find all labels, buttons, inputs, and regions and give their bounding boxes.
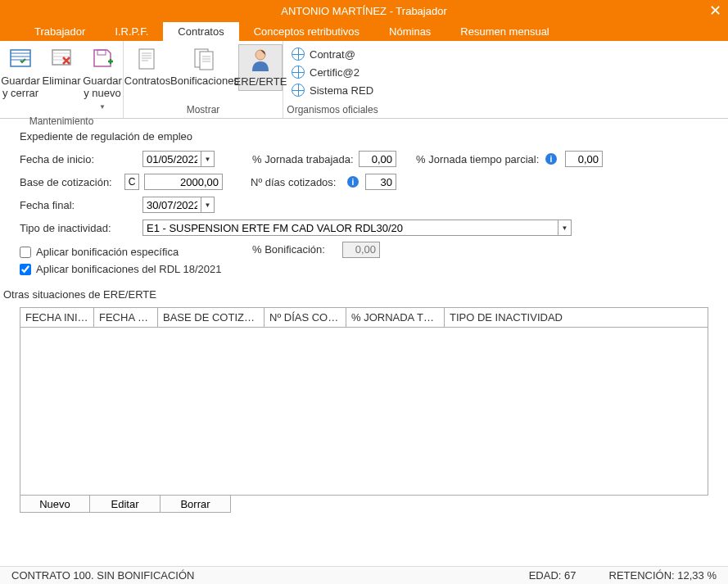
ere-erte-button[interactable]: ERE/ERTE xyxy=(238,44,283,91)
status-contrato: CONTRATO 100. SIN BONIFICACIÓN xyxy=(11,569,194,582)
th-fecha-fin[interactable]: FECHA FIN xyxy=(94,308,158,327)
fecha-inicio-dropdown[interactable]: ▼ xyxy=(201,151,215,167)
label-pct-jornada-parcial: % Jornada tiempo parcial: xyxy=(416,153,545,165)
svg-rect-2 xyxy=(97,50,106,55)
person-icon xyxy=(247,47,274,73)
label-dias-cotizados: Nº días cotizados: xyxy=(251,176,347,188)
aplicar-bonif-espec-checkbox[interactable] xyxy=(20,247,31,258)
th-tipo[interactable]: TIPO DE INACTIVIDAD xyxy=(445,308,708,327)
content-area: Expediente de regulación de empleo Fecha… xyxy=(0,119,728,513)
label-fecha-inicio: Fecha de inicio: xyxy=(20,153,142,165)
status-edad: EDAD: 67 xyxy=(529,569,577,582)
bonificaciones-button[interactable]: Bonificaciones xyxy=(171,44,238,89)
pct-jornada-parcial-input[interactable] xyxy=(565,151,603,167)
globe-icon xyxy=(292,48,305,61)
aplicar-bonif-rdl-checkbox[interactable] xyxy=(20,264,31,275)
label-tipo-inactividad: Tipo de inactividad: xyxy=(20,222,142,234)
group-mostrar: Contratos Bonificaciones ERE/ERTE Mostra… xyxy=(124,41,283,118)
base-cotizacion-input[interactable] xyxy=(144,174,223,190)
dias-cotizados-input[interactable] xyxy=(365,174,396,190)
group-mantenimiento: Guardar y cerrar Eliminar Guardar y nuev… xyxy=(0,41,124,118)
info-icon[interactable]: i xyxy=(545,153,557,165)
th-fecha-inicio[interactable]: FECHA INICIO xyxy=(20,308,94,327)
save-close-icon xyxy=(7,46,34,72)
tipo-inactividad-select[interactable] xyxy=(142,220,558,236)
chevron-down-icon: ▼ xyxy=(99,103,106,111)
label-base-cotizacion: Base de cotización: xyxy=(20,176,124,188)
group-label-mantenimiento: Mantenimiento xyxy=(0,114,123,129)
fecha-inicio-input[interactable] xyxy=(142,151,201,167)
group-label-mostrar: Mostrar xyxy=(124,102,283,118)
editar-button[interactable]: Editar xyxy=(90,495,161,513)
status-retencion: RETENCIÓN: 12,33 % xyxy=(609,569,717,582)
svg-rect-3 xyxy=(139,49,154,69)
globe-icon xyxy=(292,84,305,97)
fecha-final-dropdown[interactable]: ▼ xyxy=(201,197,215,213)
bonus-doc-icon xyxy=(192,46,218,72)
label-pct-jornada-trab: % Jornada trabajada: xyxy=(252,153,359,165)
label-pct-bonificacion: % Bonificación: xyxy=(252,243,342,256)
pct-bonificacion-input xyxy=(342,242,380,258)
tab-irpf[interactable]: I.R.P.F. xyxy=(100,22,163,41)
label-fecha-final: Fecha final: xyxy=(20,199,142,211)
contratos-button[interactable]: Contratos xyxy=(124,44,171,89)
fecha-final-input[interactable] xyxy=(142,197,201,213)
borrar-button[interactable]: Borrar xyxy=(161,495,231,513)
globe-icon xyxy=(292,66,305,79)
label-aplicar-bonif-rdl: Aplicar bonificaciones del RDL 18/2021 xyxy=(36,263,221,275)
base-cotizacion-c-button[interactable]: C xyxy=(124,174,139,190)
nuevo-button[interactable]: Nuevo xyxy=(20,495,90,513)
eliminar-button[interactable]: Eliminar xyxy=(41,44,82,89)
group-label-organismos: Organismos oficiales xyxy=(283,102,382,118)
label-aplicar-bonif-espec: Aplicar bonificación específica xyxy=(36,246,179,258)
th-base[interactable]: BASE DE COTIZACIÓN xyxy=(158,308,265,327)
svg-rect-0 xyxy=(11,50,30,66)
ribbon: Guardar y cerrar Eliminar Guardar y nuev… xyxy=(0,41,728,119)
pct-jornada-trab-input[interactable] xyxy=(359,151,396,167)
tab-trabajador[interactable]: Trabajador xyxy=(20,22,100,41)
tab-contratos[interactable]: Contratos xyxy=(163,22,238,41)
info-icon[interactable]: i xyxy=(347,176,359,188)
delete-icon xyxy=(48,46,75,72)
tab-resumen[interactable]: Resumen mensual xyxy=(445,22,563,41)
guardar-nuevo-button[interactable]: Guardar y nuevo ▼ xyxy=(82,44,123,114)
tab-conceptos[interactable]: Conceptos retributivos xyxy=(239,22,374,41)
contract-doc-icon xyxy=(134,46,161,72)
situaciones-table: FECHA INICIO FECHA FIN BASE DE COTIZACIÓ… xyxy=(20,307,708,496)
save-new-icon xyxy=(89,46,115,72)
tab-nominas[interactable]: Nóminas xyxy=(374,22,445,41)
close-icon[interactable]: ✕ xyxy=(709,2,721,20)
table-header: FECHA INICIO FECHA FIN BASE DE COTIZACIÓ… xyxy=(20,308,708,328)
tipo-inactividad-dropdown[interactable]: ▼ xyxy=(558,220,572,236)
guardar-cerrar-button[interactable]: Guardar y cerrar xyxy=(0,44,41,102)
status-bar: CONTRATO 100. SIN BONIFICACIÓN EDAD: 67 … xyxy=(0,566,728,584)
link-certifica[interactable]: Certific@2 xyxy=(292,66,373,79)
main-tabs: Trabajador I.R.P.F. Contratos Conceptos … xyxy=(0,22,728,41)
window-title: ANTONIO MARTÍNEZ - Trabajador xyxy=(281,5,447,17)
title-bar: ANTONIO MARTÍNEZ - Trabajador ✕ xyxy=(0,0,728,22)
section-title: Expediente de regulación de empleo xyxy=(20,130,708,143)
link-contrata[interactable]: Contrat@ xyxy=(292,48,373,61)
table-title: Otras situaciones de ERE/ERTE xyxy=(3,288,708,301)
group-organismos: Contrat@ Certific@2 Sistema RED Organism… xyxy=(283,41,382,118)
th-dias[interactable]: Nº DÍAS COTIZ... xyxy=(265,308,346,327)
link-sistema-red[interactable]: Sistema RED xyxy=(292,84,373,97)
svg-rect-5 xyxy=(200,52,213,70)
th-jornada[interactable]: % JORNADA TRAB... xyxy=(346,308,445,327)
